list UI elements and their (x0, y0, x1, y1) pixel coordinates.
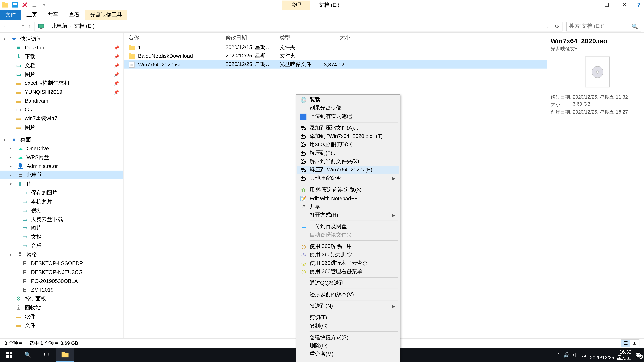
search-icon[interactable]: 🔍 (632, 23, 638, 29)
view-icons-button[interactable]: ⊞ (630, 340, 639, 347)
tree-documents2[interactable]: ▭文档 (0, 232, 124, 241)
ctx-youdao[interactable]: 上传到有道云笔记 (297, 112, 399, 121)
help-icon[interactable]: ? (633, 0, 644, 10)
address-dropdown-icon[interactable]: ⌄ (546, 24, 550, 28)
ctx-send-to[interactable]: 发送到(N)▶ (297, 302, 399, 310)
contextual-tab-manage[interactable]: 管理 (282, 0, 310, 9)
tree-pc4[interactable]: 🖥ZMT2019 (0, 286, 124, 295)
tray-up-icon[interactable]: ˄ (558, 353, 560, 357)
tree-onedrive[interactable]: ▸☁OneDrive (0, 144, 124, 153)
chevron-right-icon[interactable]: › (97, 24, 98, 28)
start-button[interactable] (0, 348, 18, 362)
nav-history-dropdown[interactable]: ▾ (22, 24, 24, 28)
tab-view[interactable]: 查看 (64, 10, 85, 20)
ctx-baidu-upload[interactable]: ☁上传到百度网盘 (297, 222, 399, 231)
tree-saved-pics[interactable]: ▭保存的图片 (0, 188, 124, 197)
tree-library[interactable]: ▾▮库 (0, 179, 124, 188)
tree-folder-win7[interactable]: ▬win7重装win7 (0, 114, 124, 123)
ctx-open-with[interactable]: 打开方式(H)▶ (297, 211, 399, 219)
tree-recycle[interactable]: 🗑回收站 (0, 303, 124, 312)
ctx-qq-send[interactable]: 通过QQ发送到 (297, 279, 399, 287)
ctx-extract-here[interactable]: 🗜解压到当前文件夹(X) (297, 157, 399, 166)
tree-pictures[interactable]: ▭图片📌 (0, 70, 124, 79)
ctx-notepad[interactable]: 📝Edit with Notepad++ (297, 194, 399, 202)
refresh-icon[interactable]: ⟳ (555, 23, 559, 29)
col-name[interactable]: 名称 (124, 34, 221, 41)
ctx-open-360[interactable]: 🗜用360压缩打开(Q) (297, 141, 399, 149)
notification-icon[interactable]: 💬3 (635, 352, 641, 358)
tree-tianyiyun[interactable]: ▭天翼云盘下载 (0, 215, 124, 224)
tree-pictures3[interactable]: ▭图片 (0, 224, 124, 232)
tree-files[interactable]: ▬文件 (0, 321, 124, 330)
col-type[interactable]: 类型 (275, 34, 319, 41)
qat-dropdown-icon[interactable]: ▾ (41, 1, 48, 8)
delete-x-icon[interactable] (21, 1, 28, 8)
ctx-extract-named[interactable]: 🗜解压到 Win7x64_2020\ (E) (297, 166, 399, 174)
ctx-shortcut[interactable]: 创建快捷方式(S) (297, 333, 399, 342)
view-details-button[interactable]: ☰ (621, 340, 630, 347)
ctx-360-delete[interactable]: ◎使用 360强力删除 (297, 251, 399, 259)
tree-quick-access[interactable]: ▾★快速访问 (0, 34, 124, 43)
close-button[interactable]: ✕ (616, 0, 633, 10)
ctx-restore-prev[interactable]: 还原以前的版本(V) (297, 291, 399, 299)
breadcrumb[interactable]: › 此电脑 › 文档 (E:) › ⌄ ⟳ (34, 21, 563, 31)
crumb-this-pc[interactable]: 此电脑 (51, 22, 67, 30)
crumb-drive[interactable]: 文档 (E:) (74, 22, 94, 30)
tree-pc2[interactable]: 🖥DESKTOP-NJEU3CG (0, 268, 124, 277)
ctx-other-compress[interactable]: 🗜其他压缩命令▶ (297, 174, 399, 183)
tree-pc3[interactable]: 🖥PC-20190530OBLA (0, 277, 124, 286)
ctx-360-menu[interactable]: ◎使用 360管理右键菜单 (297, 267, 399, 276)
file-row[interactable]: 12020/12/15, 星期二 1...文件夹 (124, 43, 546, 52)
tree-folder-bandicam[interactable]: ▬Bandicam (0, 96, 124, 105)
explorer-taskbar-button[interactable] (56, 348, 74, 362)
ctx-add-zip[interactable]: 🗜添加到 "Win7x64_2020.zip" (T) (297, 132, 399, 140)
tree-documents[interactable]: ▭文档📌 (0, 61, 124, 70)
volume-icon[interactable]: 🔊 (563, 352, 570, 358)
tree-music[interactable]: ▭音乐 (0, 241, 124, 250)
tree-administrator[interactable]: ▸👤Administrator (0, 162, 124, 171)
ctx-cut[interactable]: 剪切(T) (297, 313, 399, 322)
tree-desktop-root[interactable]: ▾■桌面 (0, 135, 124, 144)
tab-share[interactable]: 共享 (42, 10, 64, 20)
search-button[interactable]: 🔍 (18, 348, 37, 362)
tree-downloads[interactable]: ⬇下载📌 (0, 52, 124, 61)
chevron-right-icon[interactable]: › (70, 24, 71, 28)
tree-folder-excel[interactable]: ▬excel表格制作求和📌 (0, 79, 124, 87)
tree-pc1[interactable]: 🖥DESKTOP-LSSOEDP (0, 259, 124, 268)
ctx-rename[interactable]: 重命名(M) (297, 350, 399, 359)
tree-wps[interactable]: ▸☁WPS网盘 (0, 153, 124, 162)
tree-software[interactable]: ▬软件 (0, 312, 124, 321)
save-icon[interactable] (12, 1, 18, 8)
nav-forward-button[interactable]: → (12, 23, 18, 29)
tree-network[interactable]: ▾🖧网络 (0, 250, 124, 259)
tree-desktop[interactable]: ■Desktop📌 (0, 43, 124, 52)
ctx-share[interactable]: ↗共享 (297, 202, 399, 211)
ctx-add-archive[interactable]: 🗜添加到压缩文件(A)... (297, 124, 399, 132)
tab-file[interactable]: 文件 (0, 10, 21, 20)
tab-home[interactable]: 主页 (21, 10, 42, 20)
file-row[interactable]: Win7x64_2020.iso2020/12/25, 星期五 1...光盘映像… (124, 60, 546, 68)
task-view-button[interactable]: ⬚ (37, 348, 56, 362)
ime-indicator[interactable]: 中 (573, 352, 578, 358)
properties-icon[interactable]: ☰ (31, 1, 38, 8)
search-input[interactable]: 搜索"文档 (E:)" 🔍 (566, 21, 641, 31)
ctx-360-scan[interactable]: ◎使用 360进行木马云查杀 (297, 259, 399, 267)
ctx-burn[interactable]: 刻录光盘映像 (297, 104, 399, 112)
nav-up-button[interactable]: ↑ (28, 23, 31, 29)
col-size[interactable]: 大小 (319, 34, 355, 41)
network-icon[interactable]: 🖧 (582, 352, 586, 358)
tree-local-pics[interactable]: ▭本机照片 (0, 197, 124, 206)
ctx-bee-browser[interactable]: ✿用 蜂蜜浏览器 浏览(3) (297, 186, 399, 194)
ctx-delete[interactable]: 删除(D) (297, 342, 399, 350)
minimize-button[interactable]: ─ (580, 0, 598, 10)
file-row[interactable]: BaiduNetdiskDownload2020/12/25, 星期五 1...… (124, 52, 546, 60)
tree-control-panel[interactable]: ⚙控制面板 (0, 294, 124, 303)
maximize-button[interactable]: ☐ (598, 0, 616, 10)
tree-folder-pictures2[interactable]: ▬图片 (0, 123, 124, 132)
ctx-360-unlock[interactable]: ◎使用 360解除占用 (297, 242, 399, 251)
clock[interactable]: 16:32 2020/12/25, 星期五 (590, 349, 632, 361)
ctx-extract-to[interactable]: 🗜解压到(F)... (297, 149, 399, 157)
ctx-copy[interactable]: 复制(C) (297, 322, 399, 330)
tab-disc-tools[interactable]: 光盘映像工具 (85, 10, 127, 20)
tree-this-pc[interactable]: ▸🖥此电脑 (0, 171, 124, 179)
